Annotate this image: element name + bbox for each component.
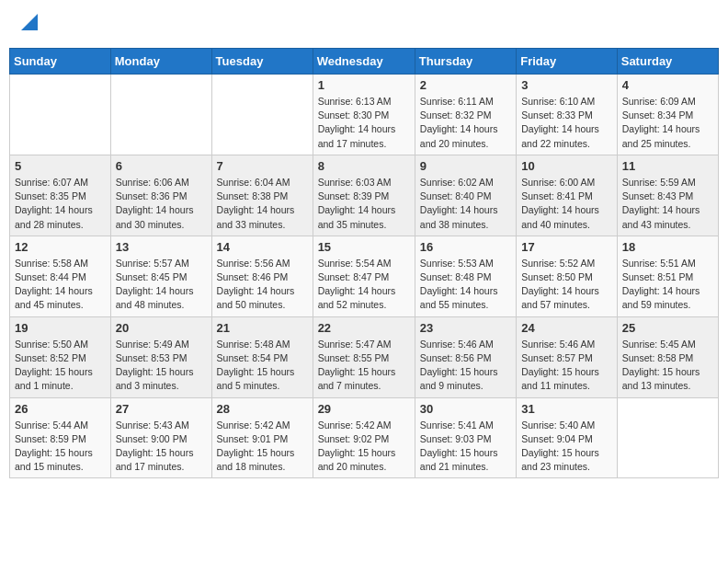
day-info: Sunrise: 6:00 AM — [521, 176, 612, 190]
day-info: Daylight: 15 hours and 21 minutes. — [420, 446, 511, 474]
day-info: Daylight: 14 hours and 22 minutes. — [521, 122, 612, 150]
calendar-cell: 17Sunrise: 5:52 AMSunset: 8:50 PMDayligh… — [517, 236, 618, 316]
day-info: Sunset: 8:32 PM — [420, 109, 511, 122]
day-info: Sunrise: 5:53 AM — [420, 257, 511, 270]
day-number: 30 — [420, 402, 511, 416]
day-info: Sunset: 8:55 PM — [318, 351, 410, 365]
day-number: 20 — [116, 321, 207, 335]
day-info: Sunrise: 5:40 AM — [521, 419, 612, 432]
calendar-cell: 4Sunrise: 6:09 AMSunset: 8:34 PMDaylight… — [617, 75, 718, 155]
day-info: Sunset: 8:46 PM — [217, 270, 308, 284]
calendar-cell: 7Sunrise: 6:04 AMSunset: 8:38 PMDaylight… — [211, 155, 313, 236]
day-info: Sunset: 8:58 PM — [622, 351, 713, 365]
day-info: Sunset: 8:33 PM — [521, 109, 612, 122]
calendar-cell: 20Sunrise: 5:49 AMSunset: 8:53 PMDayligh… — [110, 316, 211, 397]
calendar-table: SundayMondayTuesdayWednesdayThursdayFrid… — [9, 48, 719, 478]
day-info: Sunrise: 5:42 AM — [318, 419, 410, 432]
day-number: 5 — [15, 159, 106, 173]
calendar-cell — [10, 75, 111, 155]
svg-marker-0 — [21, 14, 38, 30]
calendar-header-row: SundayMondayTuesdayWednesdayThursdayFrid… — [10, 49, 719, 75]
day-info: Daylight: 14 hours and 40 minutes. — [521, 203, 612, 231]
day-info: Daylight: 15 hours and 1 minute. — [15, 365, 106, 393]
calendar-cell: 27Sunrise: 5:43 AMSunset: 9:00 PMDayligh… — [110, 397, 211, 478]
day-info: Daylight: 15 hours and 13 minutes. — [622, 365, 713, 393]
day-number: 21 — [217, 321, 308, 335]
calendar-cell: 9Sunrise: 6:02 AMSunset: 8:40 PMDaylight… — [415, 155, 516, 236]
calendar-cell: 11Sunrise: 5:59 AMSunset: 8:43 PMDayligh… — [617, 155, 718, 236]
day-info: Sunrise: 5:47 AM — [318, 338, 410, 351]
page-header — [9, 9, 719, 39]
day-info: Daylight: 14 hours and 28 minutes. — [15, 203, 106, 231]
calendar-cell — [110, 75, 211, 155]
day-number: 25 — [622, 321, 713, 335]
day-info: Sunrise: 5:41 AM — [420, 419, 511, 432]
calendar-cell: 21Sunrise: 5:48 AMSunset: 8:54 PMDayligh… — [211, 316, 313, 397]
calendar-cell: 5Sunrise: 6:07 AMSunset: 8:35 PMDaylight… — [10, 155, 111, 236]
day-info: Sunset: 9:04 PM — [521, 432, 612, 446]
column-header-saturday: Saturday — [617, 49, 718, 75]
day-info: Sunrise: 6:13 AM — [318, 95, 410, 109]
day-number: 24 — [521, 321, 612, 335]
day-info: Daylight: 14 hours and 55 minutes. — [420, 284, 511, 312]
day-info: Daylight: 14 hours and 35 minutes. — [318, 203, 410, 231]
day-number: 12 — [15, 240, 106, 254]
day-info: Sunset: 8:35 PM — [15, 190, 106, 203]
day-number: 19 — [15, 321, 106, 335]
day-info: Daylight: 14 hours and 30 minutes. — [116, 203, 207, 231]
day-number: 16 — [420, 240, 511, 254]
day-info: Sunset: 8:57 PM — [521, 351, 612, 365]
day-info: Sunrise: 6:09 AM — [622, 95, 713, 109]
day-info: Sunset: 8:34 PM — [622, 109, 713, 122]
day-number: 2 — [420, 78, 511, 92]
day-info: Sunset: 8:36 PM — [116, 190, 207, 203]
column-header-friday: Friday — [517, 49, 618, 75]
day-info: Sunset: 8:30 PM — [318, 109, 410, 122]
day-info: Daylight: 14 hours and 50 minutes. — [217, 284, 308, 312]
day-info: Daylight: 15 hours and 11 minutes. — [521, 365, 612, 393]
day-number: 23 — [420, 321, 511, 335]
day-info: Sunset: 9:01 PM — [217, 432, 308, 446]
day-info: Sunset: 8:43 PM — [622, 190, 713, 203]
day-info: Daylight: 15 hours and 15 minutes. — [15, 446, 106, 474]
column-header-monday: Monday — [110, 49, 211, 75]
day-number: 22 — [318, 321, 410, 335]
day-info: Sunset: 9:02 PM — [318, 432, 410, 446]
calendar-cell: 13Sunrise: 5:57 AMSunset: 8:45 PMDayligh… — [110, 236, 211, 316]
day-info: Sunset: 8:38 PM — [217, 190, 308, 203]
day-info: Sunset: 8:52 PM — [15, 351, 106, 365]
day-info: Daylight: 14 hours and 20 minutes. — [420, 122, 511, 150]
day-info: Sunrise: 6:03 AM — [318, 176, 410, 190]
day-number: 8 — [318, 159, 410, 173]
logo-triangle-icon — [21, 14, 38, 30]
calendar-week-row: 26Sunrise: 5:44 AMSunset: 8:59 PMDayligh… — [10, 397, 719, 478]
day-number: 18 — [622, 240, 713, 254]
day-number: 1 — [318, 78, 410, 92]
day-info: Sunset: 8:59 PM — [15, 432, 106, 446]
day-info: Sunrise: 5:48 AM — [217, 338, 308, 351]
calendar-cell: 15Sunrise: 5:54 AMSunset: 8:47 PMDayligh… — [313, 236, 415, 316]
calendar-cell: 28Sunrise: 5:42 AMSunset: 9:01 PMDayligh… — [211, 397, 313, 478]
day-number: 31 — [521, 402, 612, 416]
day-info: Sunset: 8:44 PM — [15, 270, 106, 284]
day-info: Sunset: 8:48 PM — [420, 270, 511, 284]
day-info: Sunrise: 5:45 AM — [622, 338, 713, 351]
calendar-cell — [211, 75, 313, 155]
day-info: Sunrise: 5:57 AM — [116, 257, 207, 270]
day-info: Daylight: 15 hours and 17 minutes. — [116, 446, 207, 474]
day-info: Sunrise: 5:49 AM — [116, 338, 207, 351]
logo — [18, 14, 38, 34]
day-info: Sunrise: 6:10 AM — [521, 95, 612, 109]
day-number: 4 — [622, 78, 713, 92]
column-header-sunday: Sunday — [10, 49, 111, 75]
calendar-week-row: 12Sunrise: 5:58 AMSunset: 8:44 PMDayligh… — [10, 236, 719, 316]
calendar-cell: 29Sunrise: 5:42 AMSunset: 9:02 PMDayligh… — [313, 397, 415, 478]
day-number: 3 — [521, 78, 612, 92]
day-info: Sunrise: 5:59 AM — [622, 176, 713, 190]
day-info: Sunrise: 5:54 AM — [318, 257, 410, 270]
calendar-week-row: 5Sunrise: 6:07 AMSunset: 8:35 PMDaylight… — [10, 155, 719, 236]
day-info: Sunset: 9:00 PM — [116, 432, 207, 446]
day-info: Sunset: 8:41 PM — [521, 190, 612, 203]
day-number: 26 — [15, 402, 106, 416]
day-info: Sunrise: 5:43 AM — [116, 419, 207, 432]
